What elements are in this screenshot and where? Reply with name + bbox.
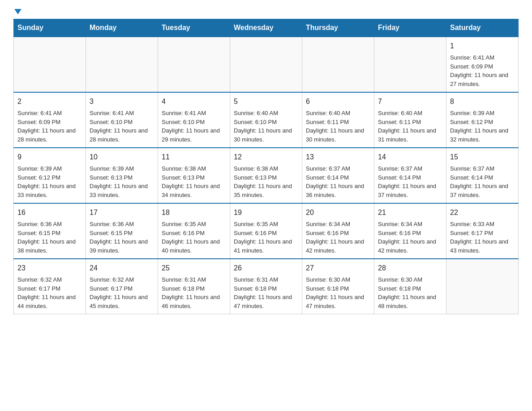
calendar-day-cell: 15Sunrise: 6:37 AMSunset: 6:14 PMDayligh… bbox=[446, 148, 519, 203]
calendar-day-cell: 19Sunrise: 6:35 AMSunset: 6:16 PMDayligh… bbox=[230, 203, 302, 259]
calendar-day-cell: 2Sunrise: 6:41 AMSunset: 6:09 PMDaylight… bbox=[14, 92, 86, 148]
calendar-day-cell bbox=[302, 37, 374, 92]
day-number: 15 bbox=[450, 152, 515, 163]
calendar-day-cell: 8Sunrise: 6:39 AMSunset: 6:12 PMDaylight… bbox=[446, 92, 519, 148]
page-header bbox=[13, 9, 519, 14]
calendar-day-cell: 21Sunrise: 6:34 AMSunset: 6:16 PMDayligh… bbox=[374, 203, 446, 259]
day-number: 4 bbox=[162, 96, 226, 107]
day-number: 1 bbox=[450, 41, 515, 51]
day-info: Sunrise: 6:30 AMSunset: 6:18 PMDaylight:… bbox=[306, 275, 370, 310]
calendar-day-cell: 1Sunrise: 6:41 AMSunset: 6:09 PMDaylight… bbox=[446, 37, 519, 92]
day-info: Sunrise: 6:39 AMSunset: 6:12 PMDaylight:… bbox=[17, 164, 82, 199]
day-number: 21 bbox=[378, 207, 442, 218]
calendar-day-cell: 13Sunrise: 6:37 AMSunset: 6:14 PMDayligh… bbox=[302, 148, 374, 203]
day-info: Sunrise: 6:41 AMSunset: 6:10 PMDaylight:… bbox=[90, 109, 154, 144]
calendar-table: SundayMondayTuesdayWednesdayThursdayFrid… bbox=[13, 19, 519, 314]
day-number: 13 bbox=[306, 152, 370, 163]
day-number: 12 bbox=[234, 152, 298, 163]
calendar-day-cell: 20Sunrise: 6:34 AMSunset: 6:16 PMDayligh… bbox=[302, 203, 374, 259]
day-info: Sunrise: 6:31 AMSunset: 6:18 PMDaylight:… bbox=[234, 275, 298, 310]
day-number: 11 bbox=[162, 152, 226, 163]
calendar-week-row: 2Sunrise: 6:41 AMSunset: 6:09 PMDaylight… bbox=[14, 92, 519, 148]
day-info: Sunrise: 6:36 AMSunset: 6:15 PMDaylight:… bbox=[17, 220, 82, 255]
logo bbox=[13, 9, 21, 14]
calendar-day-cell bbox=[86, 37, 158, 92]
day-number: 28 bbox=[378, 263, 442, 274]
day-number: 7 bbox=[378, 96, 442, 107]
calendar-day-cell: 26Sunrise: 6:31 AMSunset: 6:18 PMDayligh… bbox=[230, 259, 302, 314]
day-of-week-header: Tuesday bbox=[158, 19, 230, 37]
day-number: 14 bbox=[378, 152, 442, 163]
calendar-week-row: 16Sunrise: 6:36 AMSunset: 6:15 PMDayligh… bbox=[14, 203, 519, 259]
calendar-day-cell: 24Sunrise: 6:32 AMSunset: 6:17 PMDayligh… bbox=[86, 259, 158, 314]
calendar-day-cell: 28Sunrise: 6:30 AMSunset: 6:18 PMDayligh… bbox=[374, 259, 446, 314]
day-info: Sunrise: 6:32 AMSunset: 6:17 PMDaylight:… bbox=[17, 275, 82, 310]
day-number: 17 bbox=[90, 207, 154, 218]
day-info: Sunrise: 6:41 AMSunset: 6:09 PMDaylight:… bbox=[17, 109, 82, 144]
day-info: Sunrise: 6:35 AMSunset: 6:16 PMDaylight:… bbox=[234, 220, 298, 255]
calendar-day-cell: 4Sunrise: 6:41 AMSunset: 6:10 PMDaylight… bbox=[158, 92, 230, 148]
day-info: Sunrise: 6:38 AMSunset: 6:13 PMDaylight:… bbox=[234, 164, 298, 199]
calendar-day-cell bbox=[230, 37, 302, 92]
day-info: Sunrise: 6:39 AMSunset: 6:12 PMDaylight:… bbox=[450, 109, 515, 144]
calendar-header-row: SundayMondayTuesdayWednesdayThursdayFrid… bbox=[14, 19, 519, 37]
calendar-day-cell: 3Sunrise: 6:41 AMSunset: 6:10 PMDaylight… bbox=[86, 92, 158, 148]
day-info: Sunrise: 6:30 AMSunset: 6:18 PMDaylight:… bbox=[378, 275, 442, 310]
day-of-week-header: Sunday bbox=[14, 19, 86, 37]
calendar-day-cell: 27Sunrise: 6:30 AMSunset: 6:18 PMDayligh… bbox=[302, 259, 374, 314]
day-number: 5 bbox=[234, 96, 298, 107]
day-of-week-header: Wednesday bbox=[230, 19, 302, 37]
day-info: Sunrise: 6:40 AMSunset: 6:11 PMDaylight:… bbox=[306, 109, 370, 144]
day-info: Sunrise: 6:37 AMSunset: 6:14 PMDaylight:… bbox=[450, 164, 515, 199]
day-info: Sunrise: 6:36 AMSunset: 6:15 PMDaylight:… bbox=[90, 220, 154, 255]
calendar-day-cell: 9Sunrise: 6:39 AMSunset: 6:12 PMDaylight… bbox=[14, 148, 86, 203]
day-number: 2 bbox=[17, 96, 82, 107]
day-of-week-header: Saturday bbox=[446, 19, 519, 37]
day-number: 27 bbox=[306, 263, 370, 274]
calendar-day-cell: 17Sunrise: 6:36 AMSunset: 6:15 PMDayligh… bbox=[86, 203, 158, 259]
day-number: 25 bbox=[162, 263, 226, 274]
day-number: 19 bbox=[234, 207, 298, 218]
day-info: Sunrise: 6:37 AMSunset: 6:14 PMDaylight:… bbox=[378, 164, 442, 199]
day-info: Sunrise: 6:33 AMSunset: 6:17 PMDaylight:… bbox=[450, 220, 515, 255]
calendar-week-row: 1Sunrise: 6:41 AMSunset: 6:09 PMDaylight… bbox=[14, 37, 519, 92]
calendar-day-cell: 7Sunrise: 6:40 AMSunset: 6:11 PMDaylight… bbox=[374, 92, 446, 148]
day-info: Sunrise: 6:41 AMSunset: 6:10 PMDaylight:… bbox=[162, 109, 226, 144]
day-info: Sunrise: 6:32 AMSunset: 6:17 PMDaylight:… bbox=[90, 275, 154, 310]
day-of-week-header: Friday bbox=[374, 19, 446, 37]
calendar-day-cell bbox=[158, 37, 230, 92]
calendar-day-cell: 23Sunrise: 6:32 AMSunset: 6:17 PMDayligh… bbox=[14, 259, 86, 314]
day-info: Sunrise: 6:34 AMSunset: 6:16 PMDaylight:… bbox=[306, 220, 370, 255]
calendar-week-row: 9Sunrise: 6:39 AMSunset: 6:12 PMDaylight… bbox=[14, 148, 519, 203]
day-number: 18 bbox=[162, 207, 226, 218]
day-info: Sunrise: 6:31 AMSunset: 6:18 PMDaylight:… bbox=[162, 275, 226, 310]
day-number: 8 bbox=[450, 96, 515, 107]
calendar-day-cell: 18Sunrise: 6:35 AMSunset: 6:16 PMDayligh… bbox=[158, 203, 230, 259]
day-info: Sunrise: 6:40 AMSunset: 6:11 PMDaylight:… bbox=[378, 109, 442, 144]
calendar-day-cell: 14Sunrise: 6:37 AMSunset: 6:14 PMDayligh… bbox=[374, 148, 446, 203]
day-number: 9 bbox=[17, 152, 82, 163]
calendar-day-cell: 10Sunrise: 6:39 AMSunset: 6:13 PMDayligh… bbox=[86, 148, 158, 203]
calendar-day-cell: 6Sunrise: 6:40 AMSunset: 6:11 PMDaylight… bbox=[302, 92, 374, 148]
day-number: 20 bbox=[306, 207, 370, 218]
calendar-day-cell: 5Sunrise: 6:40 AMSunset: 6:10 PMDaylight… bbox=[230, 92, 302, 148]
calendar-day-cell: 11Sunrise: 6:38 AMSunset: 6:13 PMDayligh… bbox=[158, 148, 230, 203]
calendar-day-cell bbox=[374, 37, 446, 92]
day-number: 22 bbox=[450, 207, 515, 218]
day-info: Sunrise: 6:40 AMSunset: 6:10 PMDaylight:… bbox=[234, 109, 298, 144]
calendar-day-cell: 16Sunrise: 6:36 AMSunset: 6:15 PMDayligh… bbox=[14, 203, 86, 259]
day-info: Sunrise: 6:39 AMSunset: 6:13 PMDaylight:… bbox=[90, 164, 154, 199]
day-number: 26 bbox=[234, 263, 298, 274]
calendar-week-row: 23Sunrise: 6:32 AMSunset: 6:17 PMDayligh… bbox=[14, 259, 519, 314]
calendar-day-cell bbox=[14, 37, 86, 92]
day-info: Sunrise: 6:34 AMSunset: 6:16 PMDaylight:… bbox=[378, 220, 442, 255]
day-number: 10 bbox=[90, 152, 154, 163]
day-number: 24 bbox=[90, 263, 154, 274]
day-of-week-header: Monday bbox=[86, 19, 158, 37]
day-info: Sunrise: 6:41 AMSunset: 6:09 PMDaylight:… bbox=[450, 53, 515, 88]
day-info: Sunrise: 6:38 AMSunset: 6:13 PMDaylight:… bbox=[162, 164, 226, 199]
calendar-day-cell bbox=[446, 259, 519, 314]
calendar-day-cell: 12Sunrise: 6:38 AMSunset: 6:13 PMDayligh… bbox=[230, 148, 302, 203]
day-number: 3 bbox=[90, 96, 154, 107]
day-info: Sunrise: 6:35 AMSunset: 6:16 PMDaylight:… bbox=[162, 220, 226, 255]
